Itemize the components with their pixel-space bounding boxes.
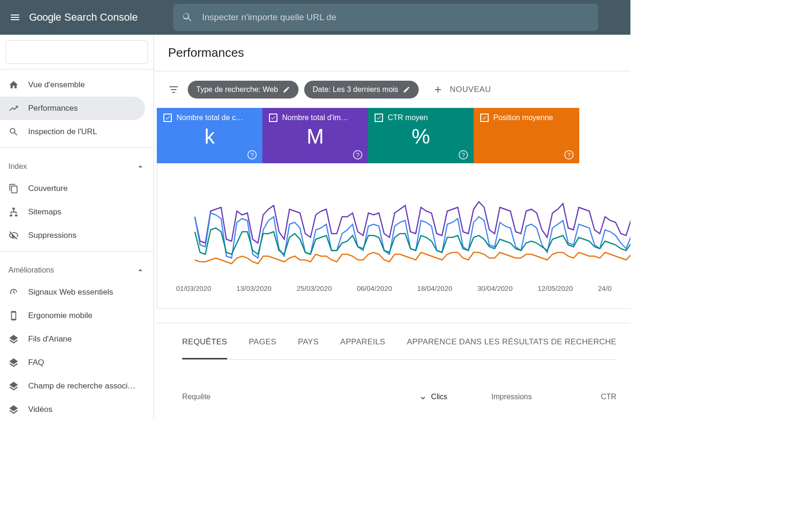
chevron-up-icon: [136, 162, 145, 171]
col-query[interactable]: Requête: [182, 393, 363, 401]
x-tick: 01/03/2020: [176, 284, 211, 292]
x-tick: 12/05/2020: [537, 284, 573, 292]
chevron-up-icon: [136, 266, 145, 275]
app-logo: Google Search Console: [29, 11, 138, 23]
sidebar: Vue d'ensemble Performances Inspection d…: [0, 35, 154, 420]
url-search-box[interactable]: [173, 4, 598, 31]
series-position: [195, 252, 630, 264]
mobile-icon: [8, 311, 19, 321]
tab-appareils[interactable]: APPAREILS: [340, 337, 385, 359]
hamburger-icon: [9, 12, 21, 23]
metric-value: %: [375, 125, 467, 148]
metric-value: M: [269, 125, 361, 148]
checkbox-icon: [163, 114, 172, 122]
eye-off-icon: [8, 230, 19, 241]
metric-card-impr[interactable]: Nombre total d'im… M ?: [262, 108, 368, 163]
tab-apparence-dans-les-résultats-de-recherche[interactable]: APPARENCE DANS LES RÉSULTATS DE RECHERCH…: [407, 337, 617, 359]
layers-icon: [8, 334, 19, 344]
search-icon: [8, 127, 19, 137]
metric-label: CTR moyen: [388, 114, 428, 122]
metric-value: k: [163, 125, 256, 148]
x-tick: 06/04/2020: [357, 284, 392, 292]
tab-requêtes[interactable]: REQUÊTES: [182, 337, 227, 359]
col-ctr[interactable]: CTR: [532, 393, 616, 401]
layers-icon: [8, 357, 19, 368]
chart-x-axis: 01/03/202013/03/202025/03/202006/04/2020…: [157, 276, 630, 297]
checkbox-icon: [480, 114, 489, 122]
chip-date[interactable]: Date: Les 3 derniers mois: [304, 81, 419, 99]
metric-card-ctr[interactable]: CTR moyen % ?: [368, 108, 474, 163]
main-content: Performances Type de recherche: Web Date…: [154, 35, 630, 420]
url-search-input[interactable]: [202, 12, 590, 23]
x-tick: 25/03/2020: [297, 284, 332, 292]
plus-icon: [433, 84, 443, 95]
data-tabs: REQUÊTESPAGESPAYSAPPAREILSAPPARENCE DANS…: [182, 337, 616, 360]
chart-lines: [157, 173, 630, 276]
nav-label: Performances: [28, 104, 78, 113]
chip-search-type[interactable]: Type de recherche: Web: [188, 81, 299, 99]
sitemap-icon: [8, 207, 19, 217]
metric-card-clicks[interactable]: Nombre total de c… k ?: [157, 108, 262, 163]
help-icon[interactable]: ?: [247, 150, 257, 160]
nav-sitelinks-searchbox[interactable]: Champ de recherche associ…: [0, 374, 145, 398]
performance-chart[interactable]: 01/03/202013/03/202025/03/202006/04/2020…: [157, 163, 630, 309]
x-tick: 30/04/2020: [477, 284, 513, 292]
trend-icon: [8, 103, 19, 114]
nav-faq[interactable]: FAQ: [0, 351, 145, 374]
menu-button[interactable]: [4, 6, 26, 29]
help-icon[interactable]: ?: [459, 150, 468, 160]
nav-coverage[interactable]: Couverture: [0, 177, 145, 200]
nav-mobile-usability[interactable]: Ergonomie mobile: [0, 304, 145, 327]
nav-label: Inspection de l'URL: [28, 127, 97, 137]
edit-icon: [283, 86, 290, 93]
metric-label: Position moyenne: [493, 114, 553, 122]
col-clicks[interactable]: Clics: [363, 393, 447, 401]
property-selector[interactable]: [0, 35, 153, 69]
edit-icon: [403, 86, 410, 93]
nav-url-inspection[interactable]: Inspection de l'URL: [0, 120, 145, 144]
series-clics: [195, 213, 630, 258]
search-icon: [182, 12, 193, 23]
section-enh-heading[interactable]: Améliorations: [0, 260, 153, 281]
copy-icon: [8, 183, 19, 194]
layers-icon: [8, 404, 19, 415]
home-icon: [8, 80, 19, 90]
nav-overview[interactable]: Vue d'ensemble: [0, 73, 145, 97]
speed-icon: [8, 287, 19, 297]
filter-icon: [168, 84, 179, 95]
nav-breadcrumbs[interactable]: Fils d'Ariane: [0, 327, 145, 351]
nav-videos[interactable]: Vidéos: [0, 398, 145, 420]
new-filter-button[interactable]: NOUVEAU: [433, 84, 491, 95]
arrow-down-icon: [419, 393, 427, 401]
nav-removals[interactable]: Suppressions: [0, 224, 145, 247]
metric-label: Nombre total d'im…: [282, 114, 348, 122]
col-impressions[interactable]: Impressions: [447, 393, 532, 401]
section-index-heading[interactable]: Index: [0, 156, 153, 177]
metric-label: Nombre total de c…: [176, 114, 243, 122]
checkbox-icon: [375, 114, 383, 122]
checkbox-icon: [269, 114, 277, 122]
tab-pages[interactable]: PAGES: [249, 337, 276, 359]
x-tick: 24/0: [598, 284, 612, 292]
series-impressions: [195, 202, 630, 243]
x-tick: 13/03/2020: [236, 284, 271, 292]
x-tick: 18/04/2020: [417, 284, 453, 292]
nav-performances[interactable]: Performances: [0, 97, 145, 120]
help-icon[interactable]: ?: [564, 150, 574, 160]
page-title: Performances: [168, 46, 244, 60]
nav-core-web-vitals[interactable]: Signaux Web essentiels: [0, 281, 145, 304]
nav-label: Vue d'ensemble: [28, 80, 85, 90]
help-icon[interactable]: ?: [353, 150, 362, 160]
layers-icon: [8, 381, 19, 391]
tab-pays[interactable]: PAYS: [298, 337, 319, 359]
metric-card-pos[interactable]: Position moyenne ?: [474, 108, 579, 163]
nav-sitemaps[interactable]: Sitemaps: [0, 200, 145, 224]
